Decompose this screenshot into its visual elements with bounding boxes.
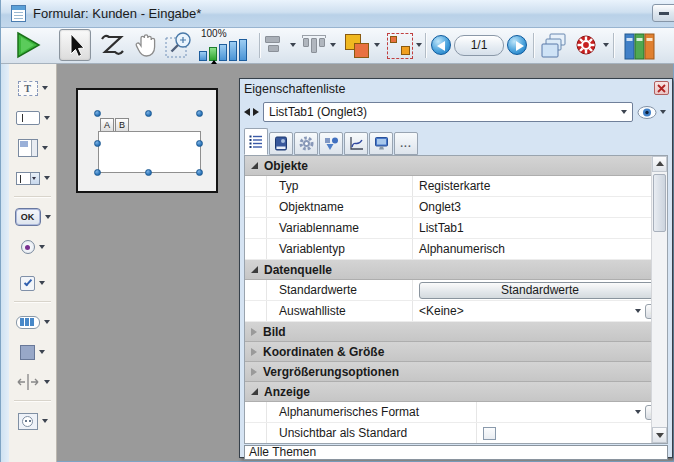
checkbox-dropdown-arrow[interactable] — [39, 281, 45, 285]
dropdown-arrow-icon[interactable] — [635, 309, 641, 313]
next-page-button[interactable] — [507, 35, 527, 55]
gear-icon — [299, 136, 314, 151]
control-selector-combobox[interactable]: ListTab1 (Onglet3) — [263, 102, 633, 122]
section-vergroesserung[interactable]: Vergrößerungsoptionen — [245, 362, 667, 382]
multiselect-dropdown-arrow[interactable] — [416, 43, 422, 47]
order-dropdown-arrow[interactable] — [374, 43, 380, 47]
section-objekte[interactable]: Objekte — [245, 156, 667, 176]
property-value-cell[interactable]: <Keine>... — [413, 301, 667, 321]
property-value-cell[interactable]: Registerkarte — [413, 176, 667, 196]
list-dropdown-arrow[interactable] — [42, 146, 48, 150]
book-icon — [274, 136, 288, 151]
button-control-tool[interactable]: OK — [9, 203, 56, 231]
tab-general[interactable] — [244, 128, 268, 155]
static-text-tool[interactable]: T — [9, 74, 56, 102]
tab-order-tool-button[interactable] — [98, 31, 126, 62]
next-control-arrow-icon[interactable] — [253, 108, 259, 116]
selection-handle[interactable] — [94, 110, 101, 117]
run-test-button[interactable] — [13, 30, 43, 63]
selector-dropdown-arrow[interactable] — [621, 110, 627, 114]
designed-tab-a[interactable]: A — [100, 118, 114, 131]
alignment-dropdown-arrow[interactable] — [290, 43, 296, 47]
shapes-icon — [324, 136, 339, 151]
progressbar-dropdown-arrow[interactable] — [44, 320, 50, 324]
splitter-control-tool[interactable] — [9, 368, 56, 396]
window-list-button[interactable] — [540, 32, 568, 63]
eye-dropdown-arrow[interactable] — [660, 110, 666, 114]
scrollbar-down-button[interactable] — [652, 427, 667, 443]
tab-overflow[interactable]: ... — [394, 132, 418, 155]
previous-control-arrow-icon[interactable] — [244, 108, 250, 116]
catalog-button[interactable] — [621, 31, 657, 64]
selection-handle[interactable] — [196, 110, 203, 117]
edit-dropdown-arrow[interactable] — [44, 116, 50, 120]
radio-control-tool[interactable] — [9, 233, 56, 261]
main-toolbar: 100% — [1, 28, 674, 64]
selection-handle[interactable] — [94, 169, 101, 176]
combo-dropdown-arrow[interactable] — [44, 176, 50, 180]
selection-handle[interactable] — [145, 169, 152, 176]
scrollbar-thumb[interactable] — [653, 174, 666, 232]
multiselect-tool-button[interactable] — [387, 33, 413, 59]
tab-style[interactable] — [319, 132, 343, 155]
form-design-surface[interactable]: A B — [76, 88, 218, 193]
property-row-auswahlliste: Auswahlliste <Keine>... — [245, 301, 667, 322]
tab-chart[interactable] — [344, 132, 368, 155]
combo-control-tool[interactable] — [9, 164, 56, 192]
section-anzeige[interactable]: Anzeige — [245, 382, 667, 402]
pan-tool-button[interactable] — [131, 30, 161, 63]
property-value-cell[interactable]: Alphanumerisch — [413, 239, 667, 259]
designed-tab-body[interactable] — [98, 131, 201, 173]
settings-dropdown-arrow[interactable] — [603, 43, 609, 47]
eye-icon[interactable] — [637, 106, 657, 119]
select-tool-button[interactable] — [59, 29, 91, 61]
tab-details[interactable] — [269, 132, 293, 155]
tab-display[interactable] — [369, 132, 393, 155]
static-text-dropdown-arrow[interactable] — [42, 86, 48, 90]
alignment-tool-button[interactable] — [265, 36, 280, 52]
section-koordinaten[interactable]: Koordinaten & Größe — [245, 342, 667, 362]
form-editor-window: Formular: Kunden - Eingabe* 100% — [0, 0, 674, 462]
property-value-cell[interactable]: ListTab1 — [413, 218, 667, 238]
section-bild[interactable]: Bild — [245, 322, 667, 342]
previous-page-button[interactable] — [431, 35, 451, 55]
distribution-dropdown-arrow[interactable] — [330, 43, 336, 47]
panel-control-tool[interactable] — [9, 338, 56, 366]
order-tool-button[interactable] — [343, 32, 371, 60]
splitter-dropdown-arrow[interactable] — [44, 380, 50, 384]
play-icon — [13, 30, 43, 60]
button-dropdown-arrow[interactable] — [45, 215, 51, 219]
section-datenquelle[interactable]: Datenquelle — [245, 260, 667, 280]
property-row-objektname: Objektname Onglet3 — [245, 197, 667, 218]
standardwerte-button[interactable]: Standardwerte — [419, 282, 661, 299]
selection-handle[interactable] — [145, 110, 152, 117]
section-title: Bild — [263, 325, 286, 339]
panel-dropdown-arrow[interactable] — [39, 350, 45, 354]
selection-handle[interactable] — [196, 169, 203, 176]
property-value-cell[interactable]: ... — [477, 402, 667, 422]
radio-dropdown-arrow[interactable] — [39, 245, 45, 249]
edit-control-tool[interactable] — [9, 104, 56, 132]
selection-handle[interactable] — [94, 140, 101, 147]
distribution-tool-button[interactable] — [301, 34, 327, 58]
zoom-level-control[interactable]: 100% — [197, 28, 255, 63]
dropdown-arrow-icon[interactable] — [635, 410, 641, 414]
list-control-tool[interactable] — [9, 134, 56, 162]
selection-handle[interactable] — [196, 140, 203, 147]
designed-tab-b[interactable]: B — [115, 118, 129, 131]
settings-gear-button[interactable] — [574, 33, 598, 60]
checkbox-control-tool[interactable] — [9, 269, 56, 297]
scrollbar-up-button[interactable] — [652, 156, 667, 172]
property-value-cell[interactable]: Onglet3 — [413, 197, 667, 217]
socket-dropdown-arrow[interactable] — [42, 419, 48, 423]
zoom-tool-button[interactable] — [164, 30, 194, 63]
progressbar-control-tool[interactable] — [9, 308, 56, 336]
socket-control-tool[interactable] — [9, 407, 56, 435]
panel-close-button[interactable] — [654, 81, 669, 95]
socket-control-icon — [18, 413, 38, 430]
theme-filter-bar[interactable]: Alle Themen — [244, 445, 668, 460]
grid-scrollbar[interactable] — [651, 156, 667, 443]
minimize-button[interactable] — [652, 4, 674, 22]
unsichtbar-checkbox[interactable] — [483, 427, 496, 440]
tab-settings[interactable] — [294, 132, 318, 155]
